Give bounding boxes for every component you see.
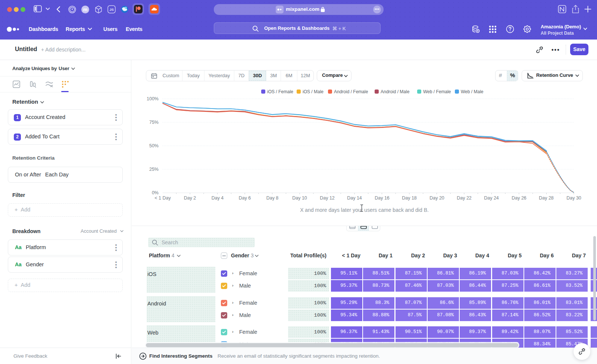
svg-text:JS: JS bbox=[109, 7, 114, 12]
